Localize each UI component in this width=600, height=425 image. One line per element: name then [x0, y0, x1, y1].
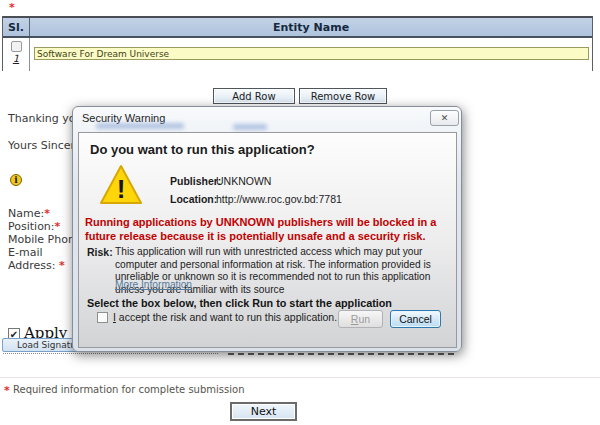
table-row: 1 — [3, 38, 592, 71]
blurred-redaction — [233, 124, 267, 130]
column-header-entity-name: Entity Name — [30, 18, 592, 36]
blurred-redaction — [96, 123, 184, 129]
mobile-label: Mobile Phone — [8, 233, 82, 246]
more-information-link[interactable]: More Information — [115, 279, 192, 290]
cancel-button[interactable]: Cancel — [390, 310, 441, 328]
accept-risk-checkbox[interactable] — [97, 312, 108, 323]
required-note-asterisk: * — [4, 384, 10, 397]
row-select-checkbox[interactable] — [11, 41, 22, 52]
dashed-separator-right — [228, 353, 454, 355]
next-button[interactable]: Next — [230, 402, 297, 421]
location-label: Location: — [170, 193, 217, 205]
location-value: http://www.roc.gov.bd:7781 — [216, 193, 342, 205]
accept-rest: accept the risk and want to run this app… — [116, 311, 337, 323]
column-header-sl: Sl. — [3, 18, 30, 36]
position-label: Position: — [8, 220, 55, 233]
info-icon: i — [10, 174, 22, 186]
entity-table-header: Sl. Entity Name — [3, 18, 592, 38]
email-label: E-mail — [8, 246, 43, 259]
field-label-position: Position:* — [8, 220, 60, 233]
close-icon[interactable]: ✕ — [430, 110, 459, 126]
entity-table: Sl. Entity Name 1 — [2, 16, 593, 71]
field-label-name: Name:* — [8, 207, 50, 220]
field-label-email: E-mail — [8, 246, 43, 259]
publisher-label: Publisher: — [170, 175, 221, 187]
required-note: Required information for complete submis… — [13, 384, 244, 395]
address-label: Address: — [8, 259, 59, 272]
blocked-warning-text: Running applications by UNKNOWN publishe… — [85, 215, 457, 243]
address-required-asterisk: * — [59, 259, 65, 272]
field-label-address: Address: * — [8, 259, 65, 272]
dialog-heading: Do you want to run this application? — [90, 142, 315, 157]
page-divider — [0, 377, 600, 378]
security-warning-dialog: Security Warning ✕ Do you want to run th… — [72, 106, 462, 352]
risk-label: Risk: — [87, 246, 113, 258]
accept-risk-label: I accept the risk and want to run this a… — [113, 311, 337, 323]
name-required-asterisk: * — [44, 207, 50, 220]
run-button[interactable]: Run — [338, 310, 383, 328]
field-label-mobile: Mobile Phone — [8, 233, 82, 246]
svg-text:!: ! — [117, 174, 126, 204]
dashed-separator-left — [3, 353, 218, 354]
warning-triangle-icon: ! — [99, 164, 143, 206]
name-label: Name: — [8, 207, 44, 220]
add-row-button[interactable]: Add Row — [213, 88, 295, 104]
yours-sincerely-text: Yours Sincere — [8, 139, 82, 152]
entity-name-input[interactable] — [34, 47, 589, 60]
row-index: 1 — [13, 53, 19, 64]
dialog-content-panel: Do you want to run this application? ! P… — [78, 132, 457, 348]
position-required-asterisk: * — [55, 220, 61, 233]
publisher-value: UNKNOWN — [216, 175, 271, 187]
sl-cell: 1 — [3, 38, 30, 71]
select-instruction: Select the box below, then click Run to … — [87, 297, 392, 309]
run-rest: un — [358, 313, 370, 325]
remove-row-button[interactable]: Remove Row — [299, 88, 387, 104]
table-required-asterisk: * — [9, 1, 15, 14]
